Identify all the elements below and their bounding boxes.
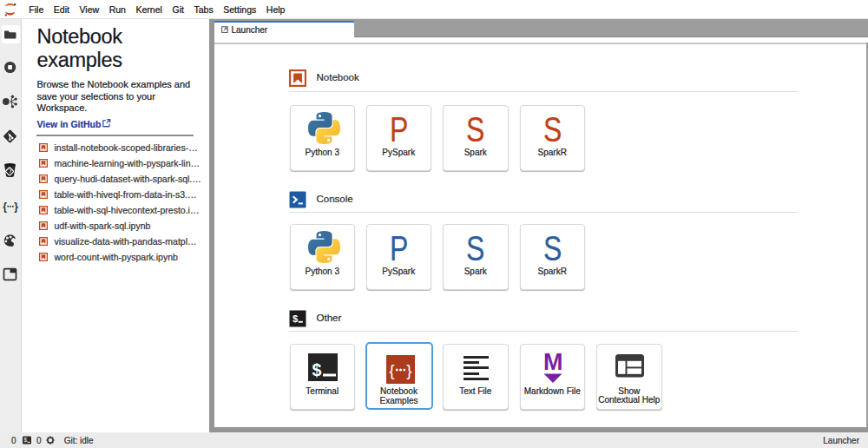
svg-text:M: M (543, 352, 562, 375)
svg-text:$: $ (293, 313, 298, 324)
svg-text:{: { (389, 360, 395, 379)
svg-text:}: } (406, 360, 411, 379)
svg-text:}: } (14, 201, 18, 213)
svg-text:{: { (3, 201, 7, 213)
svg-text:$: $ (23, 437, 27, 443)
svg-text:$: $ (312, 360, 322, 379)
